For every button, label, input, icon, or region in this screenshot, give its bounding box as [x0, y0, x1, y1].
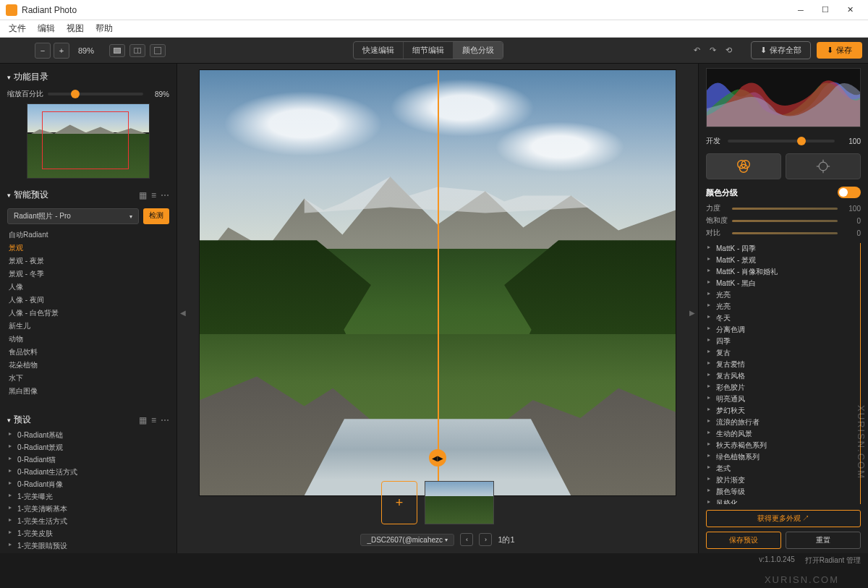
look-item[interactable]: 梦幻秋天 [706, 405, 860, 417]
presets-header[interactable]: ▾ 预设 ▦≡⋯ [7, 411, 169, 429]
smart-preset-item[interactable]: 景观 [7, 242, 169, 255]
look-item[interactable]: 颜色等级 [706, 486, 860, 498]
develop-slider-thumb[interactable] [797, 137, 806, 145]
smart-preset-item[interactable]: 景观 - 冬季 [7, 268, 169, 281]
look-item[interactable]: 老式 [706, 463, 860, 474]
save-button[interactable]: ⬇保存 [817, 42, 862, 59]
look-item[interactable]: 明亮通风 [706, 393, 860, 405]
filename-select[interactable]: _DSC2607(@micahezc [360, 534, 454, 546]
compare-divider[interactable] [438, 70, 439, 495]
reset-history-icon[interactable]: ⟲ [720, 43, 736, 59]
preset-item[interactable]: 1-完美清晰基本 [7, 503, 169, 515]
smart-preset-item[interactable]: 黑白图像 [7, 385, 169, 398]
smart-preset-item[interactable]: 人像 - 白色背景 [7, 307, 169, 320]
adjust-slider[interactable] [732, 220, 838, 222]
filmstrip-thumb[interactable] [425, 481, 494, 524]
more-icon[interactable]: ⋯ [161, 190, 169, 200]
look-item[interactable]: MattK - 四季 [706, 243, 860, 255]
look-item[interactable]: MattK - 肖像和婚礼 [706, 266, 860, 278]
detect-button[interactable]: 检测 [143, 208, 169, 224]
preset-item[interactable]: 0-Radiant生活方式 [7, 466, 169, 478]
window-close-button[interactable]: ✕ [838, 1, 862, 19]
image-preview[interactable]: ◀▶ [199, 69, 676, 496]
window-maximize-button[interactable]: ☐ [813, 1, 838, 19]
reset-button[interactable]: 重置 [786, 532, 861, 549]
smart-preset-item[interactable]: 景观 - 夜景 [7, 255, 169, 268]
look-item[interactable]: 冬天 [706, 312, 860, 324]
list-view-icon[interactable]: ≡ [151, 415, 156, 425]
look-item[interactable]: 复古爱情 [706, 359, 860, 370]
look-item[interactable]: 秋天赤褐色系列 [706, 440, 860, 451]
look-item[interactable]: 光亮 [706, 289, 860, 301]
develop-slider[interactable] [728, 140, 835, 142]
menu-file[interactable]: 文件 [9, 22, 26, 35]
preset-item[interactable]: 1-完美细节 [7, 552, 169, 553]
menu-view[interactable]: 视图 [67, 22, 84, 35]
look-item[interactable]: 光亮 [706, 301, 860, 312]
more-icon[interactable]: ⋯ [161, 415, 169, 425]
preset-item[interactable]: 1-完美皮肤 [7, 527, 169, 540]
window-minimize-button[interactable]: ─ [788, 1, 813, 19]
smart-preset-item[interactable]: 自动Radiant [7, 229, 169, 242]
navigator-viewport-box[interactable] [42, 111, 129, 169]
look-item[interactable]: 生动的风景 [706, 428, 860, 440]
look-item[interactable]: 分离色调 [706, 324, 860, 336]
zoom-slider-track[interactable] [48, 93, 143, 95]
adjust-slider[interactable] [732, 232, 838, 234]
zoom-out-button[interactable]: − [35, 43, 51, 59]
look-item[interactable]: 四季 [706, 336, 860, 347]
view-single-icon[interactable] [109, 44, 125, 57]
look-item[interactable]: MattK - 黑白 [706, 278, 860, 289]
add-image-button[interactable]: + [381, 481, 417, 524]
menu-edit[interactable]: 编辑 [38, 22, 55, 35]
preset-item[interactable]: 1-完美生活方式 [7, 515, 169, 527]
navigator-thumbnail[interactable] [27, 103, 150, 179]
smart-preset-item[interactable]: 新生儿 [7, 320, 169, 333]
menu-help[interactable]: 帮助 [95, 22, 113, 35]
smart-preset-item[interactable]: 动物 [7, 333, 169, 346]
look-item[interactable]: 胶片渐变 [706, 474, 860, 486]
prev-image-button[interactable]: ‹ [460, 533, 473, 546]
smart-preset-item[interactable]: 花朵植物 [7, 359, 169, 372]
save-all-button[interactable]: ⬇保存全部 [751, 41, 811, 59]
zoom-slider-thumb[interactable] [71, 90, 80, 98]
preset-item[interactable]: 0-Radiant基础 [7, 429, 169, 441]
smart-preset-item[interactable]: 食品饮料 [7, 346, 169, 359]
compare-handle-icon[interactable]: ◀▶ [429, 449, 446, 466]
grid-view-icon[interactable]: ▦ [139, 415, 147, 425]
view-crop-icon[interactable] [150, 44, 166, 57]
next-image-button[interactable]: › [479, 533, 492, 546]
look-item[interactable]: 复古 [706, 347, 860, 359]
redo-icon[interactable]: ↷ [705, 43, 720, 59]
list-view-icon[interactable]: ≡ [151, 190, 156, 200]
zoom-in-button[interactable]: + [54, 43, 69, 59]
look-item[interactable]: 复古风格 [706, 370, 860, 382]
color-grading-toggle[interactable] [838, 187, 861, 198]
smart-presets-header[interactable]: ▾ 智能预设 ▦≡⋯ [7, 186, 169, 204]
look-item[interactable]: 彩色胶片 [706, 382, 860, 393]
preset-item[interactable]: 1-完美眼睛预设 [7, 540, 169, 552]
open-radiant-manager-link[interactable]: 打开Radiant 管理 [805, 555, 861, 566]
function-catalog-header[interactable]: ▾ 功能目录 [7, 68, 169, 86]
preset-item[interactable]: 1-完美曝光 [7, 490, 169, 503]
smart-preset-select[interactable]: Radiant照片 - Pro [7, 208, 139, 224]
chevron-left-icon[interactable]: ◀ [180, 309, 186, 317]
grid-view-icon[interactable]: ▦ [139, 190, 147, 200]
get-more-looks-button[interactable]: 获得更多外观 ↗ [706, 510, 861, 527]
look-item[interactable]: 绿色植物系列 [706, 451, 860, 463]
save-preset-button[interactable]: 保存预设 [706, 532, 781, 549]
preset-item[interactable]: 0-Radiant景观 [7, 441, 169, 453]
tab-detail-edit[interactable]: 细节编辑 [404, 42, 454, 59]
target-tool-icon[interactable] [786, 153, 861, 179]
look-item[interactable]: MattK - 景观 [706, 255, 860, 266]
smart-preset-item[interactable]: 水下 [7, 372, 169, 385]
preset-item[interactable]: 0-Radiant猫 [7, 453, 169, 466]
undo-icon[interactable]: ↶ [689, 43, 705, 59]
smart-preset-item[interactable]: 人像 - 夜间 [7, 294, 169, 307]
look-item[interactable]: 流浪的旅行者 [706, 417, 860, 428]
look-item[interactable]: 风格化 [706, 498, 860, 504]
tab-color-grading[interactable]: 颜色分级 [454, 42, 503, 59]
color-tool-icon[interactable] [706, 153, 781, 179]
tab-quick-edit[interactable]: 快速编辑 [354, 42, 404, 59]
preset-item[interactable]: 0-Radiant肖像 [7, 478, 169, 490]
